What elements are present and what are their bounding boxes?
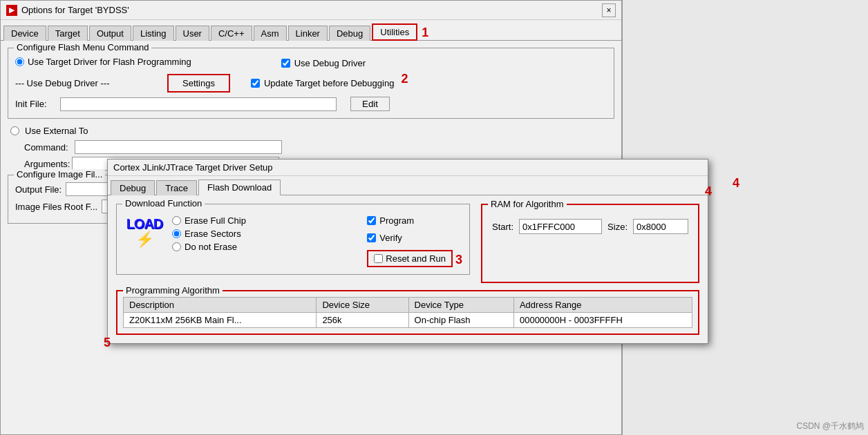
cell-address-range: 00000000H - 0003FFFFH bbox=[513, 313, 692, 328]
radio-use-target: Use Target Driver for Flash Programming bbox=[15, 57, 191, 67]
size-input[interactable] bbox=[633, 219, 688, 234]
annotation-4: 4 bbox=[705, 184, 712, 199]
annotation-3: 3 bbox=[455, 253, 462, 267]
check-update-label: Update Target before Debugging bbox=[264, 78, 394, 88]
radio-erase-sectors[interactable] bbox=[172, 229, 181, 238]
configure-flash-content: Use Target Driver for Flash Programming … bbox=[15, 57, 607, 111]
check-reset-run[interactable] bbox=[374, 254, 383, 263]
ram-group-title: RAM for Algorithm bbox=[488, 199, 566, 209]
inner-content: Download Function LOAD ⚡ Erase Full Chip bbox=[108, 195, 708, 343]
tab-utilities[interactable]: Utilities bbox=[372, 23, 417, 41]
load-arrow: ⚡ bbox=[135, 231, 154, 249]
main-title: Options for Target 'BYDSS' bbox=[21, 5, 129, 15]
tab-debug[interactable]: Debug bbox=[329, 26, 370, 41]
annotation-2: 2 bbox=[401, 72, 408, 86]
tab-cpp[interactable]: C/C++ bbox=[211, 26, 252, 41]
init-file-label: Init File: bbox=[15, 99, 53, 109]
inner-titlebar: Cortex JLink/JTrace Target Driver Setup bbox=[108, 160, 708, 176]
ram-group: RAM for Algorithm Start: Size: 4 bbox=[481, 204, 699, 283]
size-label: Size: bbox=[607, 222, 628, 232]
col-device-size: Device Size bbox=[317, 298, 408, 313]
inner-dialog: Cortex JLink/JTrace Target Driver Setup … bbox=[107, 159, 708, 344]
tab-linker[interactable]: Linker bbox=[288, 26, 328, 41]
annotation-1: 1 bbox=[422, 26, 428, 40]
check-verify[interactable] bbox=[367, 233, 376, 242]
command-input[interactable] bbox=[75, 140, 282, 154]
radio-do-not-erase-label: Do not Erase bbox=[185, 242, 237, 252]
radio-erase-full[interactable] bbox=[172, 216, 181, 225]
debug-driver-label: --- Use Debug Driver --- bbox=[15, 78, 153, 88]
inner-tabs-row: Debug Trace Flash Download bbox=[108, 176, 708, 195]
row-target-driver: Use Target Driver for Flash Programming … bbox=[15, 57, 607, 70]
start-label: Start: bbox=[492, 222, 513, 232]
row-debug-driver: --- Use Debug Driver --- Settings Update… bbox=[15, 74, 607, 93]
col-address-range: Address Range bbox=[513, 298, 692, 313]
load-text: LOAD bbox=[126, 217, 163, 231]
ram-start-row: Start: Size: bbox=[492, 219, 688, 234]
reset-run-box: Reset and Run bbox=[367, 250, 453, 267]
edit-button[interactable]: Edit bbox=[350, 97, 390, 111]
check-program[interactable] bbox=[367, 216, 376, 225]
title-left: ▶ Options for Target 'BYDSS' bbox=[6, 5, 129, 16]
configure-image-title: Configure Image Fil... bbox=[14, 169, 105, 180]
download-function-group: Download Function LOAD ⚡ Erase Full Chip bbox=[116, 204, 470, 275]
radio-do-not-erase[interactable] bbox=[172, 242, 181, 251]
settings-button[interactable]: Settings bbox=[167, 74, 230, 93]
table-row: Z20K11xM 256KB Main Fl... 256k On-chip F… bbox=[124, 313, 692, 328]
init-file-input[interactable] bbox=[60, 97, 337, 111]
command-label: Command: bbox=[24, 142, 68, 153]
top-section: Download Function LOAD ⚡ Erase Full Chip bbox=[116, 204, 699, 283]
inner-tab-flash-download[interactable]: Flash Download bbox=[198, 180, 281, 195]
check-use-debug[interactable] bbox=[281, 59, 290, 68]
inner-tab-trace[interactable]: Trace bbox=[156, 180, 197, 195]
reset-run-label: Reset and Run bbox=[386, 253, 446, 264]
inner-tab-debug[interactable]: Debug bbox=[111, 180, 155, 195]
tab-asm[interactable]: Asm bbox=[254, 26, 287, 41]
cell-device-size: 256k bbox=[317, 313, 408, 328]
use-external-row: Use External To bbox=[8, 126, 614, 136]
algo-table: Description Device Size Device Type Addr… bbox=[123, 297, 692, 328]
configure-flash-title: Configure Flash Menu Command bbox=[14, 42, 151, 52]
radio-erase-sectors-label: Erase Sectors bbox=[185, 229, 241, 239]
inner-title: Cortex JLink/JTrace Target Driver Setup bbox=[113, 162, 272, 173]
annotation-4-outer: 4 bbox=[733, 176, 739, 191]
main-tabs-row: Device Target Output Listing User C/C++ … bbox=[1, 20, 621, 41]
tab-target[interactable]: Target bbox=[48, 26, 88, 41]
check-update-target[interactable] bbox=[251, 79, 260, 88]
tab-listing[interactable]: Listing bbox=[133, 26, 174, 41]
check-verify-row: Verify bbox=[367, 233, 453, 243]
tab-output[interactable]: Output bbox=[89, 26, 131, 41]
radio-do-not-erase-row: Do not Erase bbox=[172, 242, 360, 252]
init-file-row: Init File: Edit bbox=[15, 97, 607, 111]
arguments-label: Arguments: bbox=[24, 159, 70, 169]
tab-device[interactable]: Device bbox=[3, 26, 46, 41]
check-program-label: Program bbox=[379, 215, 414, 226]
radio-erase-sectors-row: Erase Sectors bbox=[172, 229, 360, 239]
check-use-debug-label: Use Debug Driver bbox=[294, 58, 366, 68]
update-target-row: Update Target before Debugging bbox=[251, 78, 394, 88]
start-input[interactable] bbox=[519, 219, 602, 234]
close-button[interactable]: × bbox=[602, 3, 616, 17]
command-row: Command: bbox=[8, 140, 614, 154]
download-inner: LOAD ⚡ Erase Full Chip Erase Sectors bbox=[124, 215, 462, 267]
load-icon: LOAD ⚡ bbox=[124, 215, 165, 250]
col-description: Description bbox=[124, 298, 317, 313]
radio-target-input[interactable] bbox=[15, 57, 24, 66]
col-device-type: Device Type bbox=[408, 298, 513, 313]
configure-flash-group: Configure Flash Menu Command Use Target … bbox=[8, 48, 614, 119]
programming-algorithm-group: Programming Algorithm Description Device… bbox=[116, 290, 699, 335]
check-program-row: Program bbox=[367, 215, 453, 226]
radio-target-label: Use Target Driver for Flash Programming bbox=[28, 57, 191, 67]
download-function-title: Download Function bbox=[122, 198, 205, 209]
use-debug-row: Use Debug Driver bbox=[281, 58, 366, 68]
output-file-label: Output File: bbox=[15, 184, 62, 195]
radio-external[interactable] bbox=[10, 126, 19, 135]
erase-options: Erase Full Chip Erase Sectors Do not Era… bbox=[172, 215, 360, 255]
check-verify-label: Verify bbox=[379, 233, 402, 243]
tab-user[interactable]: User bbox=[176, 26, 209, 41]
main-titlebar: ▶ Options for Target 'BYDSS' × bbox=[1, 1, 621, 20]
cell-description: Z20K11xM 256KB Main Fl... bbox=[124, 313, 317, 328]
check-options: Program Verify Reset and Run bbox=[367, 215, 453, 267]
watermark: CSDN @千水鹤鸠 bbox=[796, 420, 864, 432]
cell-device-type: On-chip Flash bbox=[408, 313, 513, 328]
